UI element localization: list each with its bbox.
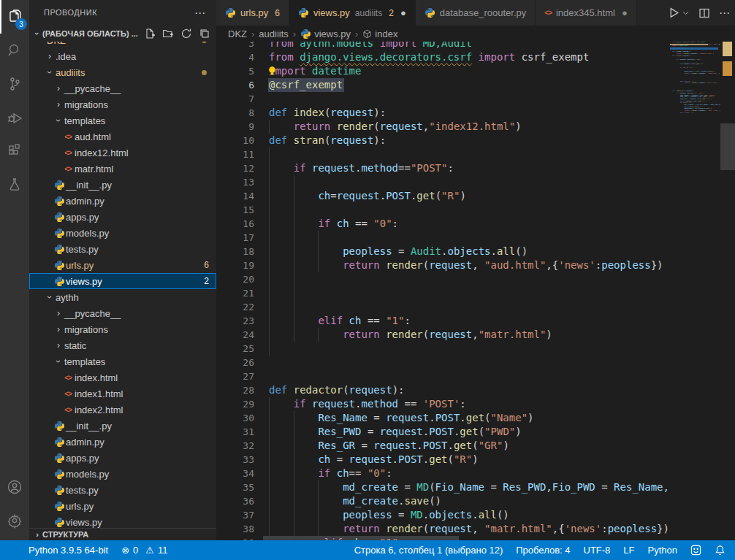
tree-item-.idea[interactable]: ›.idea	[29, 48, 216, 64]
tree-item-views.py[interactable]: views.py	[29, 514, 216, 528]
code-line[interactable]: 6@csrf_exempt	[216, 78, 735, 92]
code-line[interactable]: 21	[216, 286, 735, 300]
tree-item-__pycache__[interactable]: ›__pycache__	[29, 305, 216, 321]
tree-item-admin.py[interactable]: admin.py	[29, 434, 216, 450]
code-line[interactable]: 25	[216, 342, 735, 356]
breadcrumb-item-audiiits[interactable]: audiiits	[259, 28, 288, 39]
status-problems[interactable]: ⊗0⚠11	[115, 540, 174, 560]
workspace-section-header[interactable]: › (РАБОЧАЯ ОБЛАСТЬ) ...	[29, 26, 216, 42]
code-line[interactable]: 16 if ch == "0":	[216, 217, 735, 231]
status-encoding[interactable]: UTF-8	[577, 540, 617, 560]
tree-item-migrations[interactable]: ›migrations	[29, 321, 216, 337]
code-line[interactable]: 13	[216, 175, 735, 189]
code-line[interactable]: 35 md_create = MD(Fio_Name = Res_PWD,Fio…	[216, 480, 735, 494]
tree-item-apps.py[interactable]: apps.py	[29, 209, 216, 225]
code-line[interactable]: 17	[216, 231, 735, 245]
code-line[interactable]: 11	[216, 147, 735, 161]
code-line[interactable]: 23 elif ch == "1":	[216, 314, 735, 328]
testing-icon[interactable]	[0, 168, 29, 202]
code-line[interactable]: 32 Res_GR = request.POST.get("GR")	[216, 439, 735, 453]
code-line[interactable]: 24 return render(request,"matr.html")	[216, 328, 735, 342]
tree-item-apps.py[interactable]: apps.py	[29, 450, 216, 466]
run-and-debug-icon[interactable]	[0, 101, 29, 134]
status-notifications[interactable]	[708, 540, 732, 560]
tree-item-admin.py[interactable]: admin.py	[29, 193, 216, 209]
tree-item-models.py[interactable]: models.py	[29, 225, 216, 241]
tree-item-index12.html[interactable]: <>index12.html	[29, 145, 216, 161]
tree-item-urls.py[interactable]: urls.py6	[29, 257, 216, 273]
code-line[interactable]: 15	[216, 203, 735, 217]
outline-section-header[interactable]: › СТРУКТУРА	[29, 528, 216, 540]
tree-item-tests.py[interactable]: tests.py	[29, 241, 216, 257]
tab-index345.html[interactable]: <>index345.html●	[536, 0, 637, 26]
code-line[interactable]: 3from aythh.models import MD,Audit	[216, 42, 735, 50]
breadcrumb-item-index[interactable]: index	[362, 28, 397, 39]
modified-dot-icon[interactable]: ●	[622, 7, 628, 18]
code-line[interactable]: 9 return render(request,"index12.html")	[216, 120, 735, 134]
code-line[interactable]: 5import datetime	[216, 64, 735, 78]
breadcrumb-item-views.py[interactable]: views.py	[300, 28, 351, 39]
split-editor-icon[interactable]	[698, 7, 710, 19]
tree-item-index.html[interactable]: <>index.html	[29, 369, 216, 386]
minimap[interactable]: from aythh.models import MD,Auditfrom dj…	[670, 42, 720, 540]
status-cursor-position[interactable]: Строка 6, столбец 1 (выбрано 12)	[348, 540, 510, 560]
status-feedback[interactable]	[684, 540, 708, 560]
tree-item-aud.html[interactable]: <>aud.html	[29, 129, 216, 145]
code-line[interactable]: 30 Res_Name = request.POST.get("Name")	[216, 411, 735, 425]
status-python-version[interactable]: Python 3.9.5 64-bit	[22, 540, 115, 560]
code-line[interactable]: 33 ch = request.POST.get("R")	[216, 453, 735, 467]
scrollbar-thumb[interactable]	[720, 123, 735, 170]
code-line[interactable]: 19 return render(request, "aud.html",{'n…	[216, 258, 735, 272]
tree-item-index2.html[interactable]: <>index2.html	[29, 402, 216, 418]
new-folder-icon[interactable]	[162, 28, 174, 39]
code-line[interactable]: 20	[216, 272, 735, 286]
more-actions-icon[interactable]: ⋯	[719, 7, 731, 20]
tree-item-__init__.py[interactable]: __init__.py	[29, 177, 216, 193]
new-file-icon[interactable]	[144, 28, 156, 39]
explorer-more-actions-icon[interactable]: ⋯	[194, 0, 206, 26]
code-line[interactable]: 10def stran(request):	[216, 134, 735, 147]
code-line[interactable]: 28def redactor(request):	[216, 383, 735, 397]
code-line[interactable]: 38 return render(request, "matr.html",{'…	[216, 522, 735, 536]
tree-item-index1.html[interactable]: <>index1.html	[29, 386, 216, 402]
source-control-icon[interactable]	[0, 67, 29, 101]
search-icon[interactable]	[0, 34, 29, 67]
tree-item-models.py[interactable]: models.py	[29, 466, 216, 482]
tree-item-migrations[interactable]: ›migrations	[29, 96, 216, 112]
code-line[interactable]: 36 md_create.save()	[216, 494, 735, 508]
explorer-icon[interactable]: 3	[0, 0, 29, 34]
code-line[interactable]: 14 ch=request.POST.get("R")	[216, 189, 735, 203]
run-dropdown-chevron-icon[interactable]	[682, 9, 690, 17]
code-line[interactable]: 4from django.views.decorators.csrf impor…	[216, 50, 735, 64]
tab-database_roouter.py[interactable]: database_roouter.py	[416, 0, 536, 26]
tree-item-__pycache__[interactable]: ›__pycache__	[29, 80, 216, 96]
code-line[interactable]: 8def index(request):	[216, 106, 735, 120]
tree-item-aythh[interactable]: ›aythh	[29, 289, 216, 305]
status-language-mode[interactable]: Python	[641, 540, 684, 560]
status-eol[interactable]: LF	[617, 540, 641, 560]
code-line[interactable]: 7	[216, 92, 735, 106]
code-line[interactable]: 18 peopless = Audit.objects.all()	[216, 245, 735, 258]
tree-item-templates[interactable]: ›templates	[29, 112, 216, 129]
tree-item-views.py[interactable]: views.py2	[29, 273, 216, 289]
lightbulb-icon[interactable]	[267, 66, 277, 80]
tree-item-static[interactable]: ›static	[29, 337, 216, 353]
tree-item-urls.py[interactable]: urls.py	[29, 498, 216, 514]
tree-item-audiiits[interactable]: ›audiiits	[29, 64, 216, 80]
collapse-all-icon[interactable]	[199, 28, 210, 39]
code-line[interactable]: 26	[216, 356, 735, 369]
code-line[interactable]: 12 if request.method=="POST":	[216, 161, 735, 175]
breadcrumb-item-DKZ[interactable]: DKZ	[228, 28, 247, 39]
tree-item-DKZ[interactable]: ›DKZ	[29, 42, 216, 48]
status-indentation[interactable]: Пробелов: 4	[509, 540, 576, 560]
tree-item-__init__.py[interactable]: __init__.py	[29, 418, 216, 434]
tree-item-matr.html[interactable]: <>matr.html	[29, 161, 216, 177]
extensions-icon[interactable]	[0, 134, 29, 168]
scrollbar[interactable]	[720, 42, 735, 540]
modified-dot-icon[interactable]: ●	[400, 7, 406, 18]
tab-urls.py[interactable]: urls.py6	[216, 0, 289, 26]
code-line[interactable]: 34 if ch== "0":	[216, 467, 735, 480]
code-line[interactable]: 27	[216, 369, 735, 383]
tree-item-templates[interactable]: ›templates	[29, 353, 216, 369]
code-editor[interactable]: 3from aythh.models import MD,Audit4from …	[216, 42, 735, 540]
